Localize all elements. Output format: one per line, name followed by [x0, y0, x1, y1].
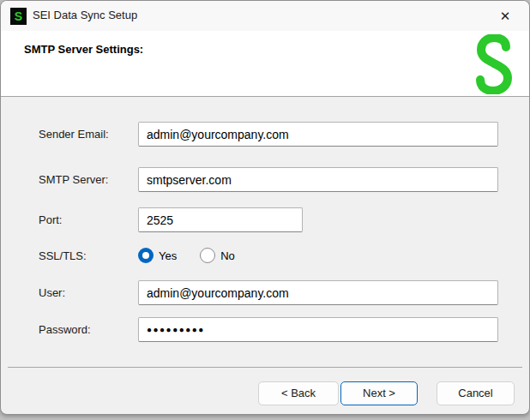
header-banner: SMTP Server Settings: — [1, 31, 529, 97]
ssl-tls-radio-group: Yes No — [138, 248, 235, 263]
sender-email-label: Sender Email: — [39, 122, 109, 147]
port-input[interactable] — [138, 207, 303, 232]
user-label: User: — [39, 280, 65, 305]
ssl-tls-option-no[interactable]: No — [200, 248, 235, 263]
footer-separator — [8, 367, 522, 368]
cancel-button[interactable]: Cancel — [437, 381, 515, 405]
ssl-tls-option-yes[interactable]: Yes — [138, 248, 177, 263]
user-input[interactable] — [138, 280, 498, 305]
close-icon: ✕ — [500, 9, 511, 24]
sender-email-input[interactable] — [138, 122, 498, 147]
radio-selected-icon[interactable] — [138, 248, 154, 263]
password-label: Password: — [39, 317, 91, 342]
smtp-server-input[interactable] — [138, 167, 498, 192]
smtp-server-label: SMTP Server: — [39, 167, 108, 192]
radio-unselected-icon[interactable] — [200, 248, 215, 263]
next-button[interactable]: Next > — [340, 381, 418, 405]
app-icon: S — [10, 8, 27, 25]
password-input[interactable] — [138, 317, 498, 342]
brand-logo-s-icon — [474, 34, 514, 98]
title-bar: S SEI Data Sync Setup ✕ — [1, 1, 529, 31]
setup-wizard-window: S SEI Data Sync Setup ✕ SMTP Server Sett… — [0, 0, 530, 415]
radio-option-label: No — [220, 249, 235, 262]
radio-option-label: Yes — [159, 249, 177, 262]
ssl-tls-label: SSL/TLS: — [39, 243, 87, 268]
port-label: Port: — [39, 207, 62, 232]
back-button[interactable]: < Back — [258, 381, 339, 405]
close-button[interactable]: ✕ — [491, 6, 519, 27]
page-title: SMTP Server Settings: — [24, 43, 143, 56]
window-title: SEI Data Sync Setup — [33, 9, 137, 21]
